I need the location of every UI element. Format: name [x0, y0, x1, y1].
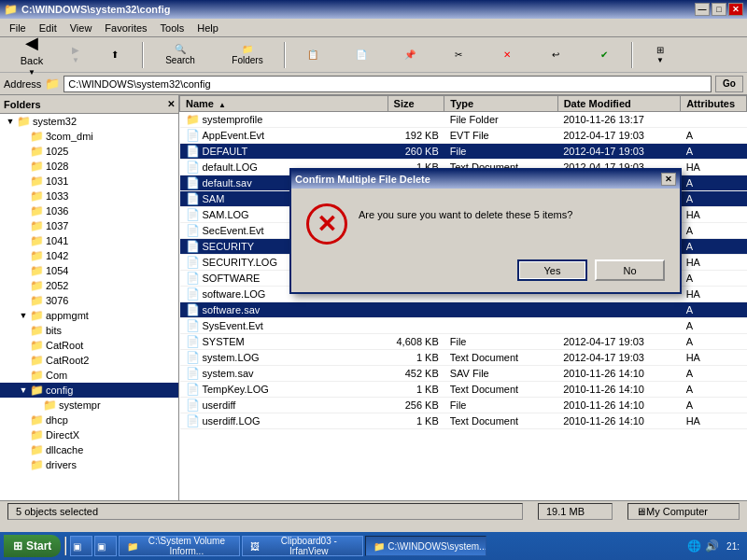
forward-button[interactable]: ▶ ▼: [62, 40, 90, 70]
expand-icon-system32[interactable]: ▼: [4, 117, 17, 126]
folder-tree-item-3076[interactable]: 📁3076: [0, 293, 178, 308]
folder-tree-item-1025[interactable]: 📁1025: [0, 144, 178, 159]
file-attr-cell: HA: [681, 350, 747, 366]
table-row[interactable]: 📄TempKey.LOG1 KBText Document2010-11-26 …: [180, 382, 747, 398]
folder-tree-item-1042[interactable]: 📁1042: [0, 248, 178, 263]
up-button[interactable]: ⬆: [92, 40, 138, 70]
col-header-size[interactable]: Size: [388, 96, 444, 112]
title-bar: 📁 C:\WINDOWS\system32\config — □ ✕: [0, 0, 747, 19]
back-dropdown-icon[interactable]: ▼: [28, 68, 35, 77]
address-input[interactable]: [63, 76, 712, 92]
folder-tree-item-1054[interactable]: 📁1054: [0, 263, 178, 278]
folder-tree-item-1033[interactable]: 📁1033: [0, 189, 178, 203]
menu-help[interactable]: Help: [191, 21, 224, 35]
folder-tree-item-bits[interactable]: 📁bits: [0, 323, 178, 338]
table-row[interactable]: 📄SYSTEM4,608 KBFile2012-04-17 19:03A: [180, 334, 747, 350]
status-selection: 5 objects selected: [7, 503, 523, 520]
table-row[interactable]: 📁systemprofileFile Folder2010-11-26 13:1…: [180, 112, 747, 128]
dialog-yes-button[interactable]: Yes: [517, 259, 587, 281]
folder-tree-item-1036[interactable]: 📁1036: [0, 203, 178, 218]
menu-tools[interactable]: Tools: [155, 21, 190, 35]
table-row[interactable]: 📄system.LOG1 KBText Document2012-04-17 1…: [180, 350, 747, 366]
folder-tree-item-CatRoot2[interactable]: 📁CatRoot2: [0, 353, 178, 368]
move-button[interactable]: 📋: [289, 40, 336, 70]
table-row[interactable]: 📄DEFAULT260 KBFile2012-04-17 19:03A: [180, 144, 747, 160]
table-row[interactable]: 📄AppEvent.Evt192 KBEVT File2012-04-17 19…: [180, 128, 747, 144]
file-name-cell: 📄userdiff.LOG: [180, 413, 388, 429]
col-header-date[interactable]: Date Modified: [557, 96, 681, 112]
taskbar-btn-5[interactable]: 📁 C:\WINDOWS\system...: [365, 536, 486, 556]
close-button[interactable]: ✕: [728, 3, 743, 16]
copy-button[interactable]: 📄: [338, 40, 385, 70]
menu-favorites[interactable]: Favorites: [99, 21, 152, 35]
forward-dropdown-icon[interactable]: ▼: [72, 56, 79, 64]
folder-label-config: config: [46, 385, 73, 396]
folder-icon-3076: 📁: [30, 294, 44, 307]
taskbar-btn-2[interactable]: ▣: [94, 536, 117, 556]
file-attr-cell: HA: [681, 160, 747, 175]
folder-tree-item-Com[interactable]: 📁Com: [0, 368, 178, 383]
file-type-cell: [444, 318, 557, 334]
table-row[interactable]: 📄userdiff256 KBFile2010-11-26 14:10A: [180, 398, 747, 413]
cut-button[interactable]: ✂: [435, 40, 482, 70]
go-button[interactable]: Go: [715, 76, 743, 92]
folder-icon-3com_dmi: 📁: [30, 130, 44, 143]
views-button[interactable]: ⊞ ▼: [637, 40, 684, 70]
folder-tree-item-DirectX[interactable]: 📁DirectX: [0, 427, 178, 442]
folder-tree-item-1028[interactable]: 📁1028: [0, 159, 178, 174]
maximize-button[interactable]: □: [712, 3, 726, 16]
table-row[interactable]: 📄userdiff.LOG1 KBText Document2010-11-26…: [180, 413, 747, 429]
undo-button[interactable]: ↩: [532, 40, 579, 70]
folder-tree-item-1031[interactable]: 📁1031: [0, 174, 178, 189]
folders-header: Folders ✕: [0, 95, 178, 114]
table-row[interactable]: 📄SysEvent.EvtA: [180, 318, 747, 334]
taskbar-btn-3[interactable]: 📁 C:\System Volume Inform...: [119, 536, 240, 556]
folder-tree-item-2052[interactable]: 📁2052: [0, 278, 178, 293]
folder-tree-item-config[interactable]: ▼📁config: [0, 383, 178, 398]
folder-tree-item-CatRoot[interactable]: 📁CatRoot: [0, 338, 178, 353]
folder-tree-item-3com_dmi[interactable]: 📁3com_dmi: [0, 129, 178, 144]
folder-tree-item-system32[interactable]: ▼📁system32: [0, 114, 178, 129]
dialog-no-button[interactable]: No: [595, 259, 665, 281]
folder-tree-item-dhcp[interactable]: 📁dhcp: [0, 413, 178, 427]
folder-tree-item-dllcache[interactable]: 📁dllcache: [0, 442, 178, 457]
folder-tree-item-systempr[interactable]: 📁systempr: [0, 398, 178, 413]
file-size-cell: 4,608 KB: [388, 334, 444, 350]
folder-label-Com: Com: [46, 370, 67, 381]
col-header-name[interactable]: Name ▲: [180, 96, 388, 112]
col-header-attr[interactable]: Attributes: [681, 96, 747, 112]
views-icon: ⊞: [656, 45, 664, 55]
folder-tree-item-appmgmt[interactable]: ▼📁appmgmt: [0, 308, 178, 323]
start-button[interactable]: ⊞ Start: [4, 535, 61, 557]
taskbar-btn-4[interactable]: 🖼 Clipboard03 - IrfanView: [242, 536, 363, 556]
table-row[interactable]: 📄software.savA: [180, 302, 747, 318]
folder-tree-item-drivers[interactable]: 📁drivers: [0, 457, 178, 472]
expand-icon-config[interactable]: ▼: [17, 385, 30, 395]
tray-icon-2[interactable]: 🔊: [705, 539, 719, 553]
back-button[interactable]: ◀ Back ▼: [4, 40, 60, 70]
folder-tree-item-1037[interactable]: 📁1037: [0, 218, 178, 233]
folder-label-dllcache: dllcache: [46, 444, 83, 455]
views-dropdown-icon[interactable]: ▼: [656, 56, 664, 64]
col-header-type[interactable]: Type: [444, 96, 557, 112]
folders-close-button[interactable]: ✕: [167, 99, 175, 109]
minimize-button[interactable]: —: [695, 3, 710, 16]
menu-view[interactable]: View: [64, 21, 98, 35]
table-row[interactable]: 📄system.sav452 KBSAV File2010-11-26 14:1…: [180, 366, 747, 382]
expand-icon-appmgmt[interactable]: ▼: [17, 311, 30, 320]
taskbar: ⊞ Start ▣ ▣ 📁 C:\System Volume Inform...…: [0, 532, 747, 560]
search-button[interactable]: 🔍 Search: [148, 40, 213, 70]
file-attr-cell: A: [681, 302, 747, 318]
taskbar-btn-1[interactable]: ▣: [70, 536, 92, 556]
paste-button[interactable]: 📌: [387, 40, 433, 70]
folder-tree-item-1041[interactable]: 📁1041: [0, 233, 178, 248]
taskbar-right: 🌐 🔊 21:: [687, 539, 743, 553]
dialog-close-button[interactable]: ✕: [661, 173, 676, 186]
tray-icon-1[interactable]: 🌐: [687, 539, 701, 553]
check-icon: ✔: [600, 49, 608, 60]
folders-button[interactable]: 📁 Folders: [215, 40, 280, 70]
folder-label-1037: 1037: [46, 220, 68, 231]
check-button[interactable]: ✔: [581, 40, 627, 70]
delete-button[interactable]: ✕: [484, 40, 530, 70]
delete-icon: ✕: [503, 49, 511, 60]
